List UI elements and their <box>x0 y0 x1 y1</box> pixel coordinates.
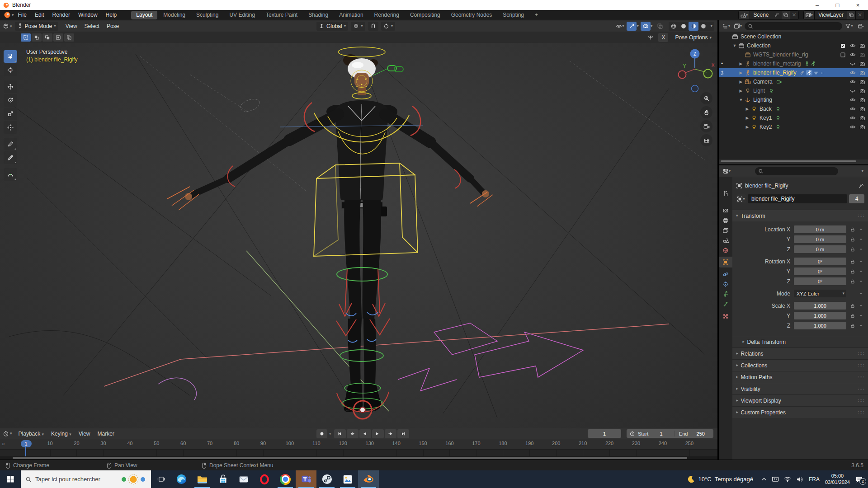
tray-chevron-up-icon[interactable] <box>761 477 767 482</box>
animate-dot[interactable] <box>858 324 863 328</box>
taskbar-app-store[interactable] <box>212 470 233 488</box>
lock-icon[interactable] <box>849 313 856 319</box>
animate-dot[interactable] <box>858 247 863 251</box>
panel-viewport-display[interactable]: ▾Viewport Display∷∷ <box>732 394 868 406</box>
mini-badge-icon[interactable] <box>820 70 825 75</box>
animate-dot[interactable] <box>858 314 863 318</box>
mirror-x-butterfly-icon[interactable] <box>646 33 656 42</box>
gear-badge-icon[interactable] <box>813 70 819 75</box>
properties-tab-bone[interactable] <box>719 299 732 310</box>
timeline-channels[interactable] <box>0 449 717 456</box>
timeline-menu-view[interactable]: View <box>75 431 94 437</box>
value-field[interactable]: 0° <box>794 267 846 275</box>
tool-measure[interactable] <box>4 151 17 164</box>
notification-center-button[interactable]: 2 <box>855 476 863 483</box>
language-indicator[interactable]: FRA <box>809 476 820 483</box>
light-data-badge-icon[interactable] <box>769 88 774 94</box>
id-type-dropdown[interactable]: ▾ <box>736 194 746 203</box>
users-count-button[interactable]: 4 <box>849 194 864 203</box>
properties-tab-output[interactable] <box>719 215 732 226</box>
caret-closed-icon[interactable]: ▶ <box>738 80 744 84</box>
select-mode-intersect-button[interactable] <box>64 33 74 42</box>
taskbar-app-steam[interactable] <box>316 470 337 488</box>
render-visibility-icon[interactable] <box>859 106 865 112</box>
properties-tab-object-data[interactable] <box>719 289 732 300</box>
tab-uv-editing[interactable]: UV Editing <box>224 11 260 19</box>
xray-toggle[interactable] <box>655 22 665 31</box>
panel-collections[interactable]: ▾Collections∷∷ <box>732 359 868 371</box>
select-mode-subtract-button[interactable] <box>42 33 52 42</box>
jump-end-button[interactable] <box>397 429 409 438</box>
value-field[interactable]: 1.000 <box>794 322 846 329</box>
timeline-menu-keying[interactable]: Keying ▾ <box>47 431 75 437</box>
hide-eye-icon[interactable] <box>849 97 856 103</box>
hide-eye-icon[interactable] <box>849 70 856 76</box>
orientation-dropdown[interactable]: Global▾ <box>316 22 348 31</box>
properties-tab-world[interactable] <box>719 245 732 256</box>
outliner-row-key1[interactable]: ▶Key1 <box>719 113 868 122</box>
delta-transform-panel-header[interactable]: ▾Delta Transform <box>732 336 868 347</box>
navigation-gizmo[interactable]: Z Y X <box>675 47 716 92</box>
nav-camera-view-button[interactable] <box>700 120 712 132</box>
lock-icon[interactable] <box>849 323 856 328</box>
tool-scale[interactable] <box>4 108 17 120</box>
value-field[interactable]: 0 m <box>794 235 846 243</box>
end-frame-field[interactable]: 250 <box>688 431 713 436</box>
tab-texture-paint[interactable]: Texture Paint <box>261 11 302 19</box>
viewlayer-selector[interactable]: ▾ ViewLayer ✕ <box>803 10 864 20</box>
tab-geometry-nodes[interactable]: Geometry Nodes <box>446 11 497 19</box>
light-data-badge-icon[interactable] <box>775 124 781 130</box>
light-data-badge-icon[interactable] <box>775 115 781 121</box>
menu-render[interactable]: Render <box>48 10 74 20</box>
tray-wifi-icon[interactable] <box>784 476 791 483</box>
taskbar-app-blender[interactable] <box>358 470 379 488</box>
nav-pan-button[interactable] <box>700 106 712 118</box>
panel-visibility[interactable]: ▾Visibility∷∷ <box>732 383 868 394</box>
tray-monitor-icon[interactable] <box>772 476 779 483</box>
render-visibility-icon[interactable] <box>859 88 865 94</box>
properties-options-chevron[interactable]: ▾ <box>861 169 863 173</box>
properties-tab-texture[interactable] <box>719 311 732 322</box>
animate-dot[interactable] <box>858 304 863 308</box>
properties-search-input[interactable] <box>755 167 838 175</box>
lock-icon[interactable] <box>849 247 856 252</box>
render-visibility-icon[interactable] <box>859 43 865 49</box>
tab-compositing[interactable]: Compositing <box>405 11 445 19</box>
animate-dot[interactable] <box>858 227 863 231</box>
scene-selector[interactable]: ▾ Scene ✕ <box>738 10 799 20</box>
properties-tab-view-layer[interactable] <box>719 225 732 236</box>
render-visibility-icon[interactable] <box>859 124 865 130</box>
next-keyframe-button[interactable] <box>385 429 396 438</box>
tool-select-box[interactable] <box>4 50 17 63</box>
menu-window[interactable]: Window <box>74 10 102 20</box>
outliner-row-key2[interactable]: ▶Key2 <box>719 122 868 131</box>
outliner-row-lighting[interactable]: ▼Lighting <box>719 95 868 104</box>
task-view-button[interactable] <box>151 470 171 488</box>
viewport-menu-pose[interactable]: Pose <box>103 23 123 29</box>
taskbar-app-edge[interactable] <box>171 470 192 488</box>
render-visibility-icon[interactable] <box>859 70 865 76</box>
close-button[interactable]: × <box>848 0 868 10</box>
blender-menu-button[interactable]: ▾ <box>4 11 14 19</box>
camera-data-badge-icon[interactable] <box>776 79 782 84</box>
taskbar-search[interactable]: Taper ici pour rechercher <box>21 470 151 488</box>
caret-closed-icon[interactable]: ▶ <box>744 116 750 120</box>
render-visibility-icon[interactable] <box>859 61 865 67</box>
pivot-point-dropdown[interactable]: ▾ <box>351 22 365 31</box>
shading-material-button[interactable] <box>689 22 698 31</box>
timeline-scrollbar-track[interactable] <box>0 456 717 460</box>
tab-sculpting[interactable]: Sculpting <box>191 11 223 19</box>
exclude-checkbox[interactable] <box>840 52 846 58</box>
tray-volume-icon[interactable] <box>796 476 803 483</box>
new-scene-button[interactable] <box>782 11 790 19</box>
tab-scripting[interactable]: Scripting <box>498 11 529 19</box>
taskbar-app-mail[interactable] <box>233 470 254 488</box>
mode-dropdown[interactable]: Pose Mode ▾ <box>15 22 58 31</box>
value-field[interactable]: 0 m <box>794 225 846 233</box>
properties-tab-constraints[interactable] <box>719 279 732 290</box>
properties-editor-type-button[interactable]: ▾ <box>722 167 731 176</box>
value-field[interactable]: 0 m <box>794 245 846 253</box>
lock-icon[interactable] <box>849 269 856 274</box>
select-mode-invert-button[interactable] <box>53 33 63 42</box>
timeline-collapse-chevrons[interactable]: » <box>2 441 5 447</box>
